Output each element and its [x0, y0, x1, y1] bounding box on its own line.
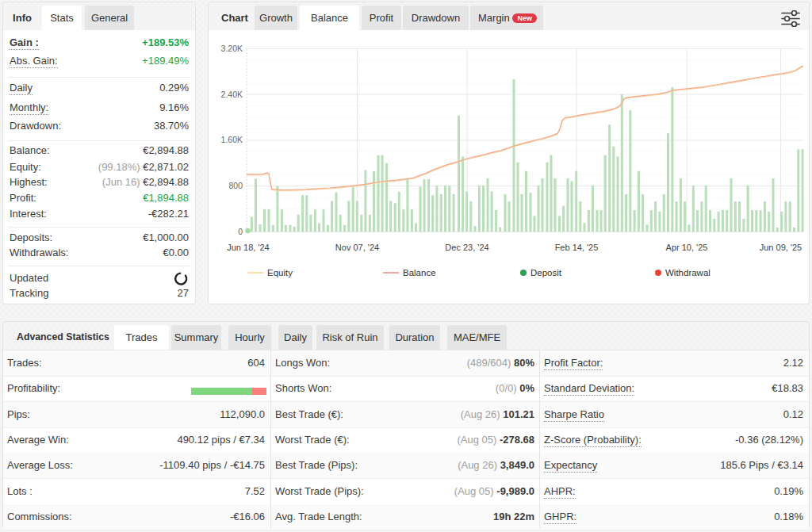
svg-text:Jun 09, '25: Jun 09, '25: [760, 243, 802, 252]
svg-text:2.40K: 2.40K: [221, 90, 243, 99]
svg-text:800: 800: [228, 181, 243, 190]
svg-text:Apr 10, '25: Apr 10, '25: [666, 243, 708, 252]
svg-text:Nov 07, '24: Nov 07, '24: [335, 243, 379, 252]
svg-text:Withdrawal: Withdrawal: [665, 268, 710, 277]
svg-text:Balance: Balance: [403, 268, 436, 277]
svg-text:Deposit: Deposit: [530, 268, 562, 277]
svg-text:Dec 23, '24: Dec 23, '24: [445, 243, 488, 252]
svg-text:Feb 14, '25: Feb 14, '25: [555, 243, 599, 252]
svg-text:Equity: Equity: [267, 268, 293, 277]
svg-text:1.60K: 1.60K: [221, 135, 243, 144]
svg-text:3.20K: 3.20K: [221, 44, 243, 53]
svg-text:Jun 18, '24: Jun 18, '24: [227, 243, 269, 252]
svg-text:0: 0: [238, 227, 243, 236]
